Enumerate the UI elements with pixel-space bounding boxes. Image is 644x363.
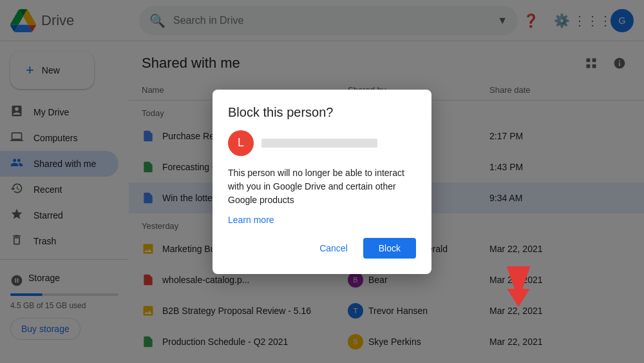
svg-marker-2 (507, 289, 530, 307)
dialog-email (261, 139, 377, 148)
arrow-indicator (496, 266, 541, 311)
dialog-user: L (228, 130, 416, 156)
dialog-title: Block this person? (228, 105, 416, 120)
dialog-overlay: Block this person? L This person will no… (0, 0, 644, 363)
dialog-description: This person will no longer be able to in… (228, 166, 416, 207)
dialog-user-avatar: L (228, 130, 254, 156)
cancel-button[interactable]: Cancel (309, 238, 358, 259)
block-person-dialog: Block this person? L This person will no… (213, 90, 431, 274)
dialog-actions: Cancel Block (228, 238, 416, 259)
block-button[interactable]: Block (363, 238, 416, 259)
learn-more-link[interactable]: Learn more (228, 215, 416, 225)
